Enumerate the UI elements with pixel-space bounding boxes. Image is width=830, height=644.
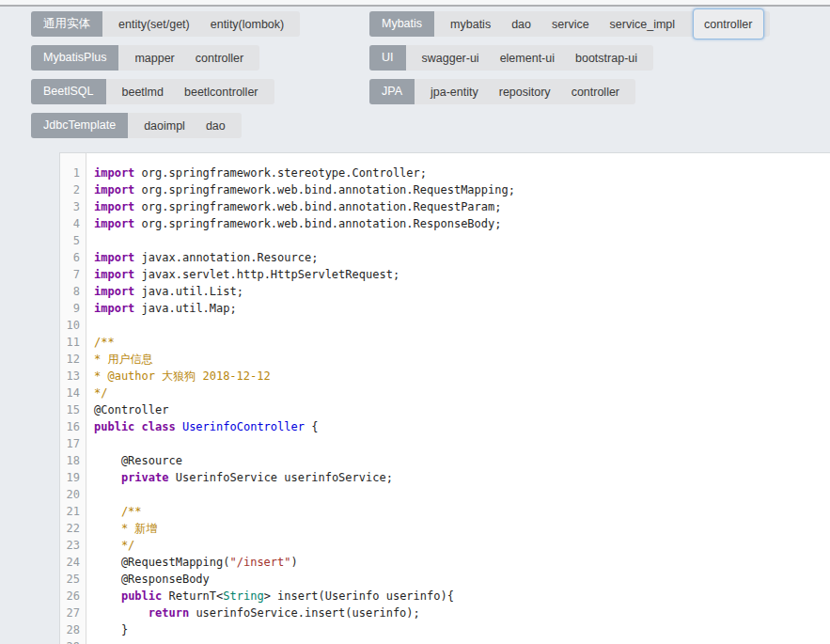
line-number: 16 xyxy=(60,418,86,435)
code-token: public class xyxy=(94,420,182,433)
code-line: 27 return userinfoService.insert(userinf… xyxy=(60,605,830,621)
code-token: > insert(Userinfo userinfo){ xyxy=(264,589,454,603)
template-group-items: beetlmdbeetlcontroller xyxy=(106,79,274,104)
code-token: * 新增 xyxy=(94,522,157,535)
code-token: UserinfoService userinfoService; xyxy=(168,471,392,484)
template-group-items: daoimpldao xyxy=(128,113,242,138)
template-group-items: entity(set/get)entity(lombok) xyxy=(102,11,300,37)
template-item-beetlmd[interactable]: beetlmd xyxy=(112,86,174,99)
code-token: /** xyxy=(94,505,142,518)
template-groups-right: Mybatismybatisdaoserviceservice_implcont… xyxy=(369,11,770,147)
code-token: ReturnT< xyxy=(162,589,223,603)
template-item-service[interactable]: service xyxy=(541,18,600,31)
template-item-mybatis[interactable]: mybatis xyxy=(440,18,501,31)
template-item-controller[interactable]: controller xyxy=(693,8,763,39)
code-lines: 1import org.springframework.stereotype.C… xyxy=(60,153,830,644)
code-line-content: @RequestMapping("/insert") xyxy=(86,554,298,571)
code-token: } xyxy=(94,623,128,636)
code-token: org.springframework.stereotype.Controlle… xyxy=(134,166,427,180)
template-item-swagger-ui[interactable]: swagger-ui xyxy=(412,52,490,65)
template-item-entity(lombok)[interactable]: entity(lombok) xyxy=(200,18,295,31)
template-item-dao[interactable]: dao xyxy=(501,18,541,31)
code-line: 16public class UserinfoController { xyxy=(60,418,830,435)
code-line: 14*/ xyxy=(60,385,830,401)
template-group-label: BeetlSQL xyxy=(31,79,106,104)
template-item-jpa-entity[interactable]: jpa-entity xyxy=(420,86,489,99)
code-token: { xyxy=(305,420,318,433)
code-line-content: public class UserinfoController { xyxy=(86,418,318,435)
code-line-content: import org.springframework.stereotype.Co… xyxy=(86,165,427,181)
line-number: 19 xyxy=(60,469,86,486)
code-line: 9import java.util.Map; xyxy=(60,300,830,317)
line-number: 28 xyxy=(60,621,86,638)
code-line: 7import javax.servlet.http.HttpServletRe… xyxy=(60,266,830,283)
code-token: return xyxy=(149,606,189,620)
code-line: 20 xyxy=(60,486,830,503)
template-groups-left: 通用实体entity(set/get)entity(lombok)Mybatis… xyxy=(31,11,369,147)
code-line-content: } xyxy=(86,621,128,638)
template-item-entity(set/get)[interactable]: entity(set/get) xyxy=(108,18,200,31)
template-item-element-ui[interactable]: element-ui xyxy=(490,52,565,65)
template-item-dao[interactable]: dao xyxy=(196,119,236,133)
code-line-content: * 用户信息 xyxy=(86,351,152,368)
template-item-mapper[interactable]: mapper xyxy=(124,52,184,65)
code-line: 12* 用户信息 xyxy=(60,351,830,368)
template-group-items: swagger-uielement-uibootstrap-ui xyxy=(406,45,654,71)
code-line: 18 @Resource xyxy=(60,452,830,469)
code-line-content: @ResponseBody xyxy=(86,571,210,588)
template-group-通用实体: 通用实体entity(set/get)entity(lombok) xyxy=(31,11,300,37)
code-line: 25 @ResponseBody xyxy=(60,571,830,588)
line-number: 12 xyxy=(60,351,86,368)
line-number: 21 xyxy=(60,503,86,520)
code-token: ) xyxy=(291,556,298,569)
code-token: import xyxy=(94,183,134,196)
code-token: javax.servlet.http.HttpServletRequest; xyxy=(134,268,399,281)
page: 通用实体entity(set/get)entity(lombok)Mybatis… xyxy=(0,7,830,644)
template-group-label: MybatisPlus xyxy=(31,45,118,71)
code-line-content: */ xyxy=(86,537,134,554)
line-number: 14 xyxy=(60,385,86,401)
template-selector: 通用实体entity(set/get)entity(lombok)Mybatis… xyxy=(31,11,830,147)
template-group-items: mappercontroller xyxy=(118,45,259,71)
template-group-label: JPA xyxy=(369,79,415,104)
code-line: 24 @RequestMapping("/insert") xyxy=(60,554,830,571)
template-group-items: mybatisdaoserviceservice_implcontroller xyxy=(434,11,769,37)
code-line-content: /** xyxy=(86,503,142,520)
template-item-service_impl[interactable]: service_impl xyxy=(600,18,685,31)
code-token: javax.annotation.Resource; xyxy=(134,251,318,264)
code-line: 29 xyxy=(60,638,830,644)
template-group-UI: UIswagger-uielement-uibootstrap-ui xyxy=(369,45,653,71)
code-line: 19 private UserinfoService userinfoServi… xyxy=(60,469,830,486)
code-token: import xyxy=(94,302,134,315)
code-token: org.springframework.web.bind.annotation.… xyxy=(134,200,501,213)
code-editor[interactable]: 1import org.springframework.stereotype.C… xyxy=(59,152,830,644)
code-line: 6import javax.annotation.Resource; xyxy=(60,249,830,266)
template-item-bootstrap-ui[interactable]: bootstrap-ui xyxy=(565,52,648,65)
code-line-content: import org.springframework.web.bind.anno… xyxy=(86,198,502,215)
template-item-controller[interactable]: controller xyxy=(185,52,254,65)
code-line-content xyxy=(86,486,94,503)
template-item-daoimpl[interactable]: daoimpl xyxy=(133,119,196,133)
line-number: 8 xyxy=(60,283,86,300)
template-item-repository[interactable]: repository xyxy=(489,86,561,99)
template-item-beetlcontroller[interactable]: beetlcontroller xyxy=(174,86,269,99)
code-line-content xyxy=(86,317,94,334)
code-line-content: */ xyxy=(86,385,107,401)
code-line-content: * 新增 xyxy=(86,520,157,537)
code-token xyxy=(94,606,149,620)
line-number: 3 xyxy=(60,198,86,215)
code-token: org.springframework.web.bind.annotation.… xyxy=(134,183,515,196)
code-line: 28 } xyxy=(60,621,830,638)
line-number: 17 xyxy=(60,435,86,452)
code-token: */ xyxy=(94,539,134,552)
code-line: 3import org.springframework.web.bind.ann… xyxy=(60,198,830,215)
code-line-content: @Controller xyxy=(86,401,168,418)
top-chrome-strip xyxy=(0,0,830,7)
code-token xyxy=(94,589,121,603)
code-line-content: private UserinfoService userinfoService; xyxy=(86,469,393,486)
line-number: 2 xyxy=(60,181,86,198)
code-line-content: * @author 大狼狗 2018-12-12 xyxy=(86,368,271,385)
template-item-controller[interactable]: controller xyxy=(561,86,630,99)
code-token: org.springframework.web.bind.annotation.… xyxy=(134,217,501,230)
line-number: 27 xyxy=(60,605,86,621)
